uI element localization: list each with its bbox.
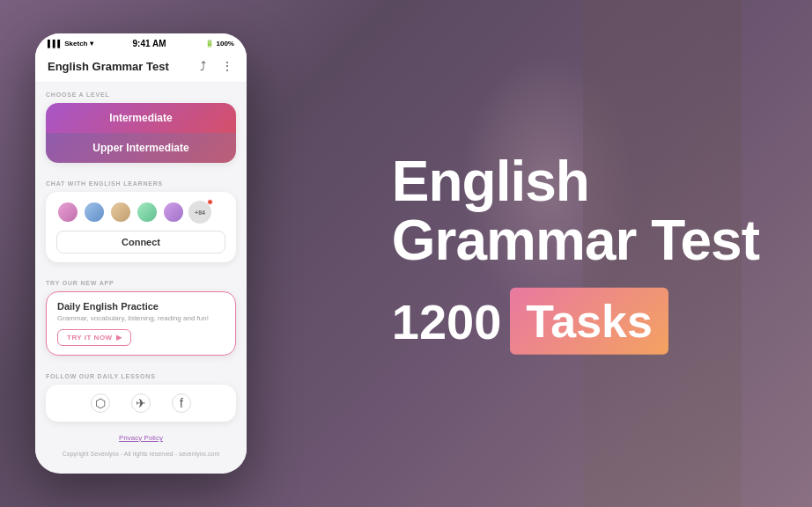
intermediate-button[interactable]: Intermediate — [46, 103, 236, 133]
right-panel: English Grammar Test 1200 Tasks — [392, 152, 759, 355]
try-it-now-button[interactable]: TRY IT NOW ▶ — [57, 329, 131, 346]
chat-card: +84 Connect — [46, 192, 236, 262]
avatar-4 — [136, 201, 159, 224]
app-header: English Grammar Test ⤴ ⋮ — [35, 52, 247, 83]
avatar-count: +84 — [188, 201, 211, 224]
app-title: English Grammar Test — [48, 60, 169, 73]
copyright-text: Copyright Sevenlynx - All rights reserve… — [63, 451, 220, 457]
tasks-label: Tasks — [510, 288, 668, 355]
avatar-2 — [83, 201, 106, 224]
level-card: Intermediate Upper Intermediate — [46, 103, 236, 163]
header-icons: ⤴ ⋮ — [196, 59, 234, 73]
daily-title: Daily English Practice — [57, 301, 225, 312]
social-label: FOLLOW OUR DAILY LESSONS — [46, 364, 236, 385]
title-line2: Grammar Test — [392, 209, 759, 272]
avatar-1 — [56, 201, 79, 224]
title-line1: English — [392, 150, 589, 213]
right-title: English Grammar Test — [392, 152, 759, 270]
notification-dot — [207, 199, 213, 205]
tasks-row: 1200 Tasks — [392, 288, 759, 355]
chat-section-label: CHAT WITH ENGLISH LEARNERS — [46, 172, 236, 192]
status-time: 9:41 AM — [133, 39, 166, 48]
connect-button[interactable]: Connect — [56, 231, 225, 254]
daily-card: Daily English Practice Grammar, vocabula… — [46, 291, 236, 356]
new-app-label: TRY OUR NEW APP — [46, 271, 236, 291]
avatars-row: +84 — [56, 201, 225, 224]
status-carrier: ▌▌▌ Sketch ▾ — [48, 40, 93, 48]
daily-subtitle: Grammar, vocabulary, listening, reading … — [57, 314, 225, 322]
phone-body: ▌▌▌ Sketch ▾ 9:41 AM 🔋 100% English Gram… — [35, 33, 247, 474]
more-icon[interactable]: ⋮ — [220, 59, 234, 73]
status-bar: ▌▌▌ Sketch ▾ 9:41 AM 🔋 100% — [35, 33, 247, 52]
status-battery: 🔋 100% — [205, 40, 234, 48]
tasks-count: 1200 — [392, 293, 502, 350]
privacy-policy-link[interactable]: Privacy Policy — [46, 434, 236, 442]
telegram-icon[interactable]: ✈ — [131, 393, 151, 413]
instagram-icon[interactable]: ⬡ — [91, 393, 110, 413]
avatar-5 — [162, 201, 185, 224]
phone-footer: Privacy Policy Copyright Sevenlynx - All… — [46, 430, 236, 459]
avatar-3 — [109, 201, 132, 224]
play-icon: ▶ — [116, 334, 122, 342]
choose-level-label: CHOOSE A LEVEL — [46, 83, 236, 103]
facebook-icon[interactable]: f — [172, 393, 191, 413]
phone-mockup: ▌▌▌ Sketch ▾ 9:41 AM 🔋 100% English Gram… — [35, 33, 247, 474]
share-icon[interactable]: ⤴ — [196, 59, 210, 73]
upper-intermediate-button[interactable]: Upper Intermediate — [46, 133, 236, 163]
phone-content: CHOOSE A LEVEL Intermediate Upper Interm… — [35, 83, 247, 459]
social-card: ⬡ ✈ f — [46, 385, 236, 422]
